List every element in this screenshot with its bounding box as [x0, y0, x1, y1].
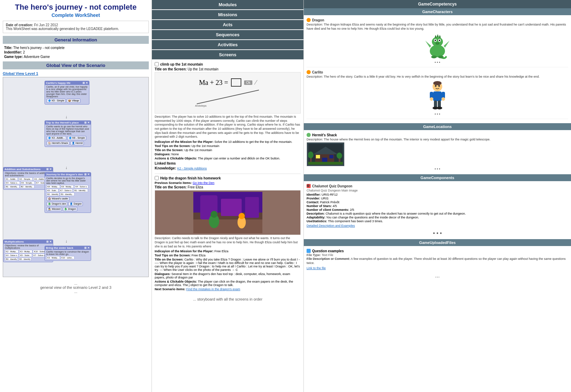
svg-point-17: [435, 42, 439, 45]
comp-detail-link[interactable]: Detailed Description and Examples: [307, 224, 355, 227]
svg-point-16: [439, 40, 440, 41]
svg-point-33: [442, 97, 445, 101]
location-hermit-shack: Hermit's Shack Description: The house wh…: [307, 133, 568, 171]
arrow-1: ↓: [65, 115, 67, 119]
location-dots: • • •: [307, 167, 568, 171]
svg-point-21: [438, 56, 444, 58]
ok-button[interactable]: Ok: [244, 80, 253, 85]
arrow-3: ↓: [65, 239, 67, 244]
locations-content: Hermit's Shack Description: The house wh…: [304, 131, 571, 174]
components-header: GameComponents: [304, 174, 571, 181]
screen2-title2: Title on the Screen: Carlito : Why did y…: [155, 258, 301, 272]
screen1-dialogues: Dialogues: None: [155, 153, 301, 156]
svg-point-11: [430, 45, 445, 57]
screen1: climb up the 1st mountain Title on the S…: [155, 62, 301, 170]
component-chalumot: ⚙ Chalumot Quiz Dungeon Chalumot Quiz Du…: [307, 184, 568, 227]
auto-text: This WorkSheet was automatically generat…: [6, 27, 146, 31]
svg-rect-29: [433, 91, 442, 101]
math-expr: Ma + 23 =: [199, 79, 228, 87]
general-info-block: Title: The hero's journey - not complete…: [3, 46, 149, 59]
info-id-value: 2: [23, 50, 25, 54]
file-name-text: Question examples: [312, 249, 344, 253]
scenario-diagram: Carlito's happy life ⊞ ✕ Carlito, an 8 y…: [3, 77, 149, 277]
svg-marker-22: [435, 35, 437, 38]
file-dots: ...: [307, 271, 568, 280]
screen2-checkbox[interactable]: [155, 176, 159, 180]
page-title: The hero's journey - not complete: [3, 3, 149, 12]
file-icon: [307, 249, 311, 253]
screen2-dialogues: Dialogues: Several Item in the dragon's …: [155, 272, 301, 279]
character-carlito: Carlito Description: The hero of the sto…: [307, 70, 568, 119]
comp-provider: Provider: URIS: [307, 197, 568, 200]
file-link[interactable]: Link to the file: [307, 266, 326, 270]
screen1-checkbox[interactable]: [155, 62, 159, 66]
knowledge-link[interactable]: K2 - Simple Additions: [177, 167, 207, 170]
svg-point-15: [435, 40, 436, 41]
comp-contact: Contact: Patrick Prévôt: [307, 200, 568, 204]
svg-rect-5: [245, 197, 259, 218]
nav-sequences[interactable]: Sequences: [152, 30, 303, 39]
nav-acts[interactable]: Acts: [152, 20, 303, 29]
location-desc: Description: The house where the Hermit …: [307, 138, 568, 141]
carlito-image-container: [307, 80, 568, 111]
uploaded-header: GameUploadedFiles: [304, 239, 571, 246]
screen2-tooltips: Tool Tips on the Screen: Free Eliza: [155, 254, 301, 257]
carlito-svg: [427, 80, 448, 111]
date-line: Date of creation: Fri Jun 22 2012: [6, 23, 146, 27]
comp-dots: • • •: [307, 229, 568, 238]
screen2-indication: Indicayion of the Mission for the Player…: [155, 249, 301, 253]
bottom-scenario-text: general view of the scénario Level 2 and…: [4, 285, 147, 290]
svg-point-20: [431, 56, 437, 58]
svg-marker-24: [439, 35, 441, 38]
math-equation: Ma + 23 = Ok ∕: [199, 78, 256, 87]
svg-text:Andoleps: Andoleps: [195, 104, 206, 107]
bottom-middle-text: ... storyboard with all the screens in o…: [155, 294, 301, 304]
node-carlito-happy: Carlito's happy life ⊞ ✕ Carlito, an 8 y…: [45, 81, 89, 105]
comp-adaptability: Adaptability: You can change the questio…: [307, 216, 568, 219]
meta-box: Date of creation: Fri Jun 22 2012 This W…: [3, 21, 149, 33]
global-view-link[interactable]: Global View Level 1: [3, 71, 149, 76]
screen1-title-value: Up the 1st mountain: [187, 67, 219, 71]
mountain-svg: Andoleps: [193, 87, 262, 107]
characters-content: Dragon Description: The dragon kidnaps E…: [304, 17, 571, 123]
nav-missions[interactable]: Missions: [152, 10, 303, 19]
date-label: Date of creation:: [6, 23, 33, 27]
dragon-desc: Description: The dragon kidnaps Eliza an…: [307, 23, 568, 31]
bottom-dots: ...: [4, 281, 147, 285]
carlito-icon: [307, 70, 311, 74]
left-panel: The hero's journey - not complete Comple…: [0, 0, 152, 392]
svg-rect-4: [221, 199, 242, 216]
info-title-value: The hero's journey - not complete: [13, 46, 65, 50]
info-title-label: Title:: [4, 46, 12, 50]
svg-point-12: [432, 37, 443, 47]
comp-name: Chalumot Quiz Dungeon: [312, 184, 352, 188]
next-items-link[interactable]: Find the mistakes in the dragon's exam: [186, 287, 240, 291]
screen2-image: [155, 190, 301, 235]
screen1-label: climb up the 1st mountain: [160, 62, 203, 66]
screen1-checkbox-row: climb up the 1st mountain: [155, 62, 301, 66]
location-image: [307, 142, 345, 166]
locations-header: GameLocations: [304, 123, 571, 130]
nav-activities[interactable]: Activities: [152, 40, 303, 49]
svg-rect-43: [329, 155, 333, 158]
nav-modules[interactable]: Modules: [152, 0, 303, 9]
svg-point-28: [438, 85, 440, 87]
svg-point-18: [436, 43, 437, 44]
screen1-image: Ma + 23 = Ok ∕ Andoleps: [155, 72, 301, 114]
screen1-title2: Title on the Screen: Up the 1st mountain: [155, 148, 301, 152]
arrow-2: ↓: [65, 165, 67, 170]
node-sister: Bring the sister back ⊞ ✕ Carlito manage…: [45, 246, 91, 261]
screen2-actions: Actions & Clickable Objects: The player …: [155, 280, 301, 287]
screen1-indication: Indicayion of the Mission for the Player…: [155, 140, 301, 144]
svg-point-26: [433, 81, 442, 85]
screen1-actions: Actions & Clickable Objects: The player …: [155, 157, 301, 160]
previous-link[interactable]: Go into the Den: [193, 181, 214, 185]
screen2-next: Next Scenario items: Find the mistakes i…: [155, 287, 301, 291]
page-subtitle: Complete WorkSheet: [3, 12, 149, 18]
svg-point-27: [435, 85, 437, 87]
info-id-label: Indentifier:: [4, 50, 22, 54]
dragon-name: Dragon: [312, 18, 324, 22]
svg-point-37: [437, 107, 442, 109]
nav-screens[interactable]: Screens: [152, 50, 303, 59]
screen1-desc: Description: The player has to solve 10 …: [155, 115, 301, 139]
